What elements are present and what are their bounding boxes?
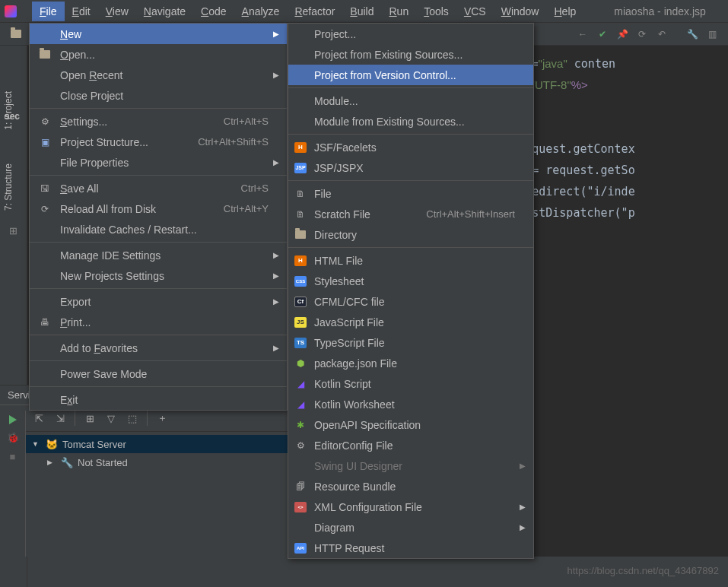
menu-tools[interactable]: Tools (416, 2, 456, 21)
menu-item-kotlin-script[interactable]: ◢Kotlin Script (288, 373, 533, 394)
check-icon[interactable]: ✔ (596, 27, 609, 41)
menu-item-scratch-file[interactable]: 🗎Scratch FileCtrl+Alt+Shift+Insert (288, 204, 533, 224)
menu-item-html-file[interactable]: HHTML File (288, 250, 533, 271)
menu-item-stylesheet[interactable]: CSSStylesheet (288, 271, 533, 291)
back-icon[interactable]: ← (576, 27, 590, 41)
pin-icon[interactable]: 📌 (615, 27, 629, 41)
menu-item-project[interactable]: Project... (288, 24, 533, 44)
shortcut-label: Ctrl+Alt+Shift+S (198, 136, 269, 148)
undo-icon[interactable]: ↶ (655, 27, 669, 41)
filter-icon[interactable]: ▽ (101, 408, 121, 428)
menu-item-directory[interactable]: Directory (288, 224, 533, 245)
menu-item-new-projects-settings[interactable]: New Projects Settings▶ (30, 265, 287, 286)
service-row-not-started[interactable]: ▶🔧Not Started (26, 453, 288, 471)
drawer-icon[interactable]: ▥ (705, 27, 719, 41)
badge-icon: JSP (294, 162, 307, 174)
menu-item-jsf-facelets[interactable]: HJSF/Facelets (288, 137, 533, 157)
collapse-all-icon[interactable]: ⇲ (50, 408, 70, 428)
menu-item-resource-bundle[interactable]: 🗐Resource Bundle (288, 476, 533, 497)
menu-item-package-json-file[interactable]: ⬢package.json File (288, 353, 533, 373)
menu-item-reload-all-from-disk[interactable]: ⟳Reload All from DiskCtrl+Alt+Y (30, 198, 287, 219)
folder-icon (39, 49, 51, 61)
menu-item-label: File Properties (60, 157, 129, 169)
layout-icon[interactable]: ⬚ (122, 408, 142, 428)
project-title: miaosha - index.jsp (614, 5, 706, 17)
grid-icon[interactable]: ⊞ (80, 408, 100, 428)
badge-icon: JS (294, 316, 307, 328)
submenu-arrow-icon: ▶ (273, 158, 279, 167)
menu-item-label: Kotlin Worksheet (314, 398, 395, 411)
menu-item-typescript-file[interactable]: TSTypeScript File (288, 332, 533, 353)
menu-item-project-from-version-control[interactable]: Project from Version Control... (288, 65, 533, 85)
wrench-icon[interactable]: 🔧 (685, 27, 699, 41)
menu-item-label: Scratch File (314, 208, 370, 221)
menu-item-cfml-cfc-file[interactable]: CfCFML/CFC file (288, 291, 533, 312)
open-icon[interactable] (9, 27, 23, 41)
menu-item-new[interactable]: New▶ (30, 24, 287, 44)
menu-item-project-structure[interactable]: ▣Project Structure...Ctrl+Alt+Shift+S (30, 132, 287, 152)
menu-run[interactable]: Run (381, 2, 416, 21)
separator (30, 386, 287, 387)
menu-item-javascript-file[interactable]: JSJavaScript File (288, 312, 533, 332)
run-icon[interactable] (9, 415, 17, 424)
history-icon[interactable]: ⟳ (635, 27, 649, 41)
menubar: FileEditViewNavigateCodeAnalyzeRefactorB… (0, 0, 728, 23)
menu-refactor[interactable]: Refactor (287, 2, 342, 21)
menu-item-add-to-favorites[interactable]: Add to Favorites▶ (30, 338, 287, 358)
separator (30, 360, 287, 361)
menu-item-open[interactable]: Open... (30, 44, 287, 65)
menu-item-label: Project from Version Control... (314, 69, 456, 81)
menu-item-editorconfig-file[interactable]: ⚙EditorConfig File (288, 435, 533, 455)
separator (30, 108, 287, 109)
add-icon[interactable]: ＋ (152, 408, 172, 428)
menu-item-export[interactable]: Export▶ (30, 291, 287, 312)
menu-item-invalidate-caches-restart[interactable]: Invalidate Caches / Restart... (30, 219, 287, 240)
separator (288, 87, 533, 88)
expand-all-icon[interactable]: ⇱ (29, 408, 49, 428)
menu-item-label: Resource Bundle (314, 481, 396, 493)
tree-arrow-icon[interactable]: ▶ (47, 458, 56, 466)
menu-item-manage-ide-settings[interactable]: Manage IDE Settings▶ (30, 245, 287, 265)
submenu-arrow-icon: ▶ (273, 251, 279, 259)
menu-item-project-from-existing-sources[interactable]: Project from Existing Sources... (288, 44, 533, 65)
menu-item-kotlin-worksheet[interactable]: ◢Kotlin Worksheet (288, 394, 533, 414)
menu-item-jsp-jspx[interactable]: JSPJSP/JSPX (288, 157, 533, 178)
menu-view[interactable]: View (98, 2, 136, 21)
menu-file[interactable]: File (32, 2, 65, 21)
menu-item-file-properties[interactable]: File Properties▶ (30, 152, 287, 173)
menu-edit[interactable]: Edit (65, 2, 98, 21)
pkg-icon: ⬢ (294, 357, 307, 370)
menu-help[interactable]: Help (546, 2, 583, 21)
menu-build[interactable]: Build (342, 2, 381, 21)
menu-item-module[interactable]: Module... (288, 90, 533, 111)
menu-item-xml-configuration-file[interactable]: <>XML Configuration File▶ (288, 497, 533, 517)
gear-icon: ⚙ (294, 439, 307, 452)
menu-item-exit[interactable]: Exit (30, 389, 287, 410)
menu-item-http-request[interactable]: APIHTTP Request (288, 538, 533, 558)
menu-item-power-save-mode[interactable]: Power Save Mode (30, 363, 287, 384)
tree-arrow-icon[interactable]: ▼ (32, 440, 41, 448)
menu-item-close-project[interactable]: Close Project (30, 85, 287, 106)
menu-navigate[interactable]: Navigate (136, 2, 193, 21)
menu-code[interactable]: Code (193, 2, 234, 21)
menu-item-label: Exit (60, 394, 78, 406)
sidebar-tab-project[interactable]: 1: Project (0, 84, 17, 138)
menu-item-print[interactable]: 🖶Print... (30, 312, 287, 332)
sidebar-tab-structure[interactable]: 7: Structure (0, 156, 17, 218)
menu-item-settings[interactable]: ⚙Settings...Ctrl+Alt+S (30, 111, 287, 132)
menu-window[interactable]: Window (494, 2, 547, 21)
stop-icon[interactable]: ■ (10, 451, 16, 462)
menu-item-openapi-specification[interactable]: ✱OpenAPI Specification (288, 414, 533, 435)
menu-item-label: package.json File (314, 357, 397, 370)
tomcat-icon: 🐱 (46, 439, 58, 450)
service-row-tomcat-server[interactable]: ▼🐱Tomcat Server (26, 435, 288, 453)
menu-item-module-from-existing-sources[interactable]: Module from Existing Sources... (288, 111, 533, 132)
menu-item-file[interactable]: 🗎File (288, 183, 533, 204)
menu-item-open-recent[interactable]: Open Recent▶ (30, 65, 287, 85)
menu-item-save-all[interactable]: 🖫Save AllCtrl+S (30, 178, 287, 198)
menu-vcs[interactable]: VCS (456, 2, 494, 21)
menu-item-label: Open Recent (60, 69, 123, 81)
bug-icon[interactable]: 🐞 (7, 432, 19, 443)
menu-analyze[interactable]: Analyze (234, 2, 288, 21)
menu-item-diagram[interactable]: Diagram▶ (288, 517, 533, 538)
